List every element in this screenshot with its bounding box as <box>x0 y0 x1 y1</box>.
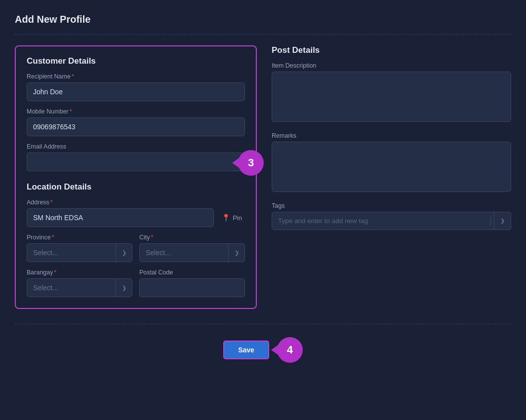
mobile-number-label: Mobile Number* <box>27 108 245 115</box>
province-city-row: Province* Select... ❯ City* <box>27 234 245 262</box>
item-description-field: Item Description <box>272 62 511 123</box>
recipient-name-field: Recipient Name* <box>27 73 245 108</box>
province-label: Province* <box>27 234 132 241</box>
mobile-number-field: Mobile Number* <box>27 108 245 143</box>
city-select[interactable]: Select... <box>139 243 245 262</box>
remarks-field: Remarks 3 <box>272 132 511 193</box>
tags-input[interactable] <box>272 212 487 229</box>
address-label: Address* <box>27 199 245 206</box>
email-address-field: Email Address <box>27 143 245 178</box>
remarks-input[interactable] <box>272 142 511 192</box>
annotation-4-badge: 4 <box>277 337 303 363</box>
province-select[interactable]: Select... <box>27 243 132 262</box>
item-description-label: Item Description <box>272 62 511 69</box>
city-select-wrapper: Select... ❯ <box>139 243 245 262</box>
address-field: Address* 📍 Pin <box>27 199 245 227</box>
address-row: 📍 Pin <box>27 208 245 227</box>
annotation-3-badge: 3 <box>238 150 264 176</box>
tags-input-wrapper: | ❯ <box>272 212 511 230</box>
email-address-input[interactable] <box>27 153 245 171</box>
postal-code-input[interactable] <box>139 278 245 297</box>
barangay-select-wrapper: Select... ❯ <box>27 278 132 297</box>
pin-icon: 📍 <box>222 214 230 222</box>
tags-chevron-icon[interactable]: ❯ <box>494 212 511 229</box>
recipient-name-label: Recipient Name* <box>27 73 245 80</box>
barangay-field: Barangay* Select... ❯ <box>27 269 132 297</box>
pin-button[interactable]: 📍 Pin <box>219 214 245 222</box>
tags-field: Tags | ❯ <box>272 202 511 230</box>
province-field: Province* Select... ❯ <box>27 234 132 262</box>
form-layout: Customer Details Recipient Name* Mobile … <box>15 45 511 309</box>
barangay-postal-row: Barangay* Select... ❯ Postal Code <box>27 269 245 297</box>
remarks-label: Remarks <box>272 132 511 139</box>
required-star-address: * <box>50 199 53 206</box>
post-panel: Post Details Item Description Remarks 3 … <box>272 45 511 230</box>
recipient-name-input[interactable] <box>27 82 245 101</box>
postal-code-label: Postal Code <box>139 269 245 276</box>
required-star: * <box>72 73 74 80</box>
address-input[interactable] <box>27 208 214 227</box>
tags-label: Tags <box>272 202 511 209</box>
email-address-label: Email Address <box>27 143 245 150</box>
mobile-number-input[interactable] <box>27 117 245 136</box>
city-field: City* Select... ❯ <box>139 234 245 262</box>
item-description-input[interactable] <box>272 72 511 122</box>
page-title: Add New Profile <box>15 14 511 25</box>
customer-panel: Customer Details Recipient Name* Mobile … <box>15 45 257 309</box>
barangay-select[interactable]: Select... <box>27 278 132 297</box>
page-container: Add New Profile Customer Details Recipie… <box>0 0 526 373</box>
location-section-title: Location Details <box>27 182 245 192</box>
customer-section-title: Customer Details <box>27 56 245 66</box>
footer-area: Save 4 <box>15 335 511 363</box>
post-section-title: Post Details <box>272 45 511 55</box>
bottom-divider <box>15 324 511 324</box>
save-button[interactable]: Save <box>223 341 269 359</box>
barangay-label: Barangay* <box>27 269 132 276</box>
annotation-3-number: 3 <box>238 150 264 176</box>
postal-code-field: Postal Code <box>139 269 245 297</box>
tags-divider: | <box>487 216 494 226</box>
top-divider <box>15 34 511 35</box>
province-select-wrapper: Select... ❯ <box>27 243 132 262</box>
annotation-4-number: 4 <box>277 337 303 363</box>
required-star-mobile: * <box>70 108 72 115</box>
city-label: City* <box>139 234 245 241</box>
